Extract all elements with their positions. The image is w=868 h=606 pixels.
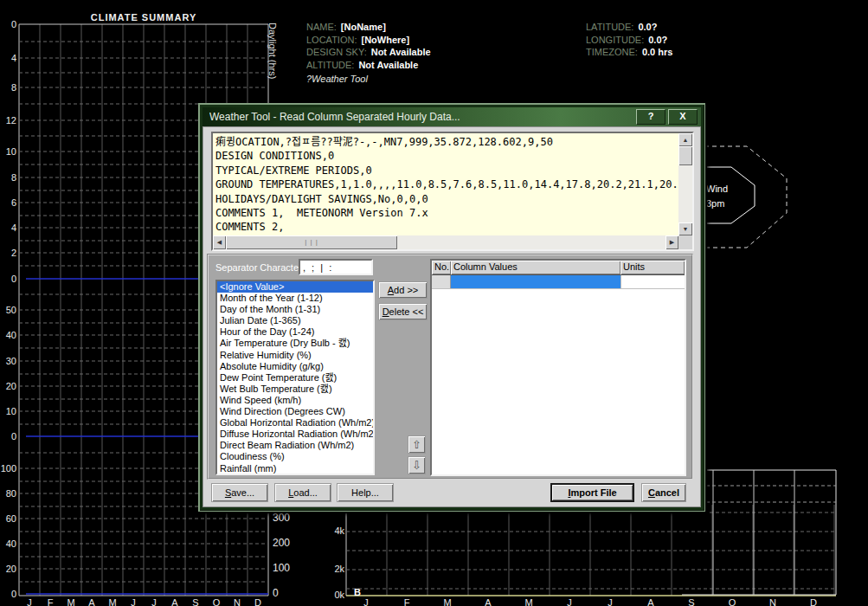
load-button[interactable]: Load... [274,483,331,502]
axis-tick-label: 0 [0,431,16,442]
scroll-down-icon[interactable]: ▼ [678,222,692,235]
data-preview-box: 痢큉OCATION,?접ㅍ름??퍅泥?-,-,MN7,999,35.872,12… [211,132,694,251]
field-option[interactable]: <Ignore Value> [217,281,373,293]
help-icon[interactable]: ? [636,109,665,125]
axis-tick-label: 10 [0,406,16,416]
field-option[interactable]: Direct Beam Radiation (Wh/m2) [217,440,373,451]
axis-tick-label: 10 [0,146,16,157]
axis-tick-label: 8 [0,82,16,93]
preview-line: GROUND TEMPERATURES,1,1.0,,,,11.0,8.5,7.… [215,177,676,191]
row-number-cell[interactable] [432,275,451,288]
move-up-icon[interactable]: ⇧ [408,435,426,454]
axis-tick-label: 60 [0,513,16,524]
field-option[interactable]: Hour of the Day (1-24) [217,326,373,338]
field-type-list[interactable]: <Ignore Value>Month of the Year (1-12)Da… [215,280,375,475]
scrollbar-corner [678,235,692,249]
month-label: J [21,597,38,606]
month-label: D [249,597,267,606]
axis-tick-label: 8 [0,172,16,183]
axis-tick-label: 40 [0,330,16,340]
axis-tick-label: 30 [0,356,16,366]
axis-tick-label: 2k [318,564,344,574]
geo-info-row: TIMEZONE:0.0 hrs [586,46,672,59]
data-preview-text[interactable]: 痢큉OCATION,?접ㅍ름??퍅泥?-,-,MN7,999,35.872,12… [213,133,678,235]
preview-line: HOLIDAYS/DAYLIGHT SAVINGS,No,0,0,0 [215,192,676,206]
weather-tool-dialog: Weather Tool - Read Column Separated Hou… [198,103,705,512]
field-option[interactable]: Absolute Humidity (g/kg) [217,361,373,372]
scroll-right-icon[interactable]: ▶ [665,235,678,249]
month-label: J [556,597,582,606]
axis-tick-label: 0 [0,19,16,29]
column-header-values: Column Values [451,261,620,274]
month-label: M [434,597,460,606]
field-option[interactable]: Global Horizontal Radiation (Wh/m2) [217,417,373,429]
month-label: A [83,597,100,606]
axis-tick-label: 0 [0,589,16,599]
columns-table: No. Column Values Units [430,259,686,476]
field-option[interactable]: Month of the Year (1-12) [217,293,373,304]
field-option[interactable]: Air Temperature (Dry Bulb - 캜) [217,338,373,349]
table-body[interactable] [432,289,685,474]
dialog-titlebar[interactable]: Weather Tool - Read Column Separated Hou… [203,107,701,126]
axis-tick-label: 6 [0,197,16,208]
close-icon[interactable]: X [668,109,698,125]
scroll-up-icon[interactable]: ▲ [678,133,692,146]
horizontal-scroll-thumb[interactable]: | | | [226,235,397,249]
field-option[interactable]: Wet Bulb Temperature (캜) [217,384,373,395]
axis-tick-label: 4k [318,525,344,536]
axis-tick-label: 0k [318,590,344,600]
horizontal-scroll-track[interactable] [397,235,665,249]
column-header-no: No. [432,261,451,274]
preview-line: COMMENTS 1, METEONORM Version 7.x [215,206,676,220]
add-button[interactable]: Add >> [378,281,428,299]
preview-line: DESIGN CONDITIONS,0 [215,149,676,163]
axis-tick-label: 4 [0,222,16,233]
columns-table-header: No. Column Values Units [432,261,685,275]
axis-tick-label: 2 [0,248,16,258]
vertical-scrollbar[interactable]: ▲ ▼ [678,133,692,235]
axis-tick-label: 100 [0,463,16,474]
selected-value-cell[interactable] [451,275,620,288]
save-button[interactable]: Save... [211,483,268,502]
month-label: J [353,597,379,606]
scroll-left-icon[interactable]: ◀ [213,235,226,249]
month-label: F [42,597,59,606]
field-option[interactable]: Relative Humidity (%) [217,350,373,361]
month-label: M [104,597,121,606]
delete-button[interactable]: Delete << [378,303,428,320]
month-label: J [145,597,163,606]
field-option[interactable]: Dew Point Temperature (캜) [217,372,373,384]
field-option[interactable]: Cloudiness (%) [217,451,373,462]
horizontal-scrollbar[interactable]: ◀ | | | ▶ [213,235,678,249]
axis-tick-label: 20 [0,564,16,574]
cancel-button[interactable]: Cancel [641,483,686,502]
help-button[interactable]: Help... [337,483,394,502]
separator-characters-input[interactable] [299,259,373,275]
month-label: S [187,597,204,606]
vertical-scroll-thumb[interactable] [678,146,692,165]
field-option[interactable]: Wind Direction (Degrees CW) [217,406,373,417]
field-option[interactable]: Diffuse Horizontal Radiation (Wh/m2) [217,429,373,440]
month-label: J [125,597,142,606]
units-cell[interactable] [620,275,685,288]
vertical-scroll-track[interactable] [678,165,692,222]
month-label: M [516,597,542,606]
month-label: D [800,597,826,606]
field-option[interactable]: Day of the Month (1-31) [217,304,373,315]
axis-tick-label: 50 [0,305,16,315]
geo-info-row: LATITUDE:0.0? [586,21,672,34]
station-info-block: NAME:[NoName]LOCATION:[NoWhere]DESIGN SK… [306,21,431,84]
month-label: S [678,597,704,606]
field-option[interactable]: Wind Speed (km/h) [217,395,373,406]
station-info-row: DESIGN SKY:Not Available [306,46,431,59]
field-option[interactable]: Julian Date (1-365) [217,315,373,326]
move-down-icon[interactable]: ⇩ [408,456,426,474]
preview-line: COMMENTS 2, [215,220,676,234]
month-label: O [208,597,225,606]
column-header-units: Units [620,261,685,274]
geo-info-row: LONGITUDE:0.0? [586,34,672,47]
month-label: N [228,597,246,606]
import-file-button[interactable]: Import File [550,483,634,502]
field-option[interactable]: Rainfall (mm) [217,463,373,474]
wind-rose-time-label: 3pm [706,198,724,209]
